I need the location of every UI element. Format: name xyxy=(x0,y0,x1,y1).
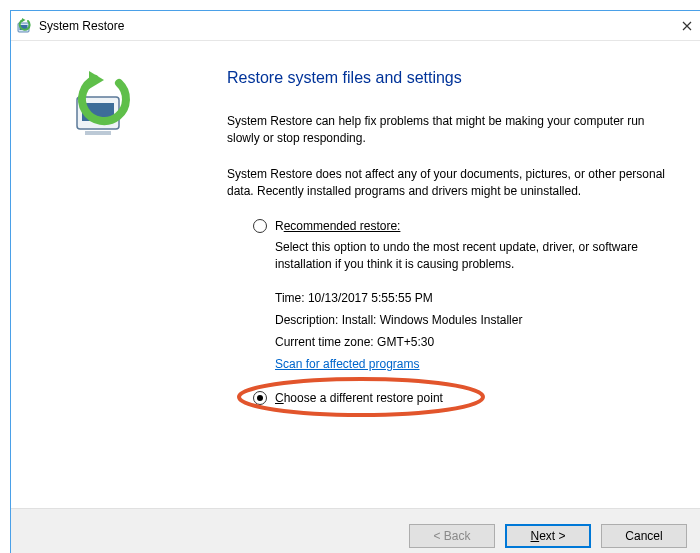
scan-affected-programs-link[interactable]: Scan for affected programs xyxy=(275,357,420,371)
choose-different-restore-label: Choose a different restore point xyxy=(275,391,443,405)
back-button: < Back xyxy=(409,524,495,548)
recommended-restore-label: Recommended restore: xyxy=(275,219,400,233)
button-bar: < Back Next > Cancel xyxy=(11,508,700,553)
restore-illustration-icon xyxy=(71,69,143,141)
description-row: Description: Install: Windows Modules In… xyxy=(275,313,673,327)
page-heading: Restore system files and settings xyxy=(227,69,673,87)
close-button[interactable] xyxy=(664,11,700,41)
timezone-row: Current time zone: GMT+5:30 xyxy=(275,335,673,349)
cancel-button[interactable]: Cancel xyxy=(601,524,687,548)
intro-paragraph-2: System Restore does not affect any of yo… xyxy=(227,166,673,201)
content-area: Restore system files and settings System… xyxy=(203,41,700,508)
choose-different-restore-option[interactable]: Choose a different restore point xyxy=(253,391,673,405)
window-title: System Restore xyxy=(39,19,124,33)
radio-unchecked-icon xyxy=(253,219,267,233)
next-button[interactable]: Next > xyxy=(505,524,591,548)
radio-checked-icon xyxy=(253,391,267,405)
system-restore-icon xyxy=(17,18,33,34)
sidebar xyxy=(11,41,203,508)
recommended-restore-hint: Select this option to undo the most rece… xyxy=(275,239,673,274)
restore-point-details: Time: 10/13/2017 5:55:55 PM Description:… xyxy=(275,291,673,371)
system-restore-window: System Restore Restore system files and … xyxy=(10,10,700,553)
titlebar: System Restore xyxy=(11,11,700,41)
time-row: Time: 10/13/2017 5:55:55 PM xyxy=(275,291,673,305)
svg-rect-4 xyxy=(85,131,111,135)
restore-options: Recommended restore: Select this option … xyxy=(227,219,673,406)
dialog-body: Restore system files and settings System… xyxy=(11,41,700,508)
intro-paragraph-1: System Restore can help fix problems tha… xyxy=(227,113,673,148)
recommended-restore-option[interactable]: Recommended restore: xyxy=(253,219,673,233)
